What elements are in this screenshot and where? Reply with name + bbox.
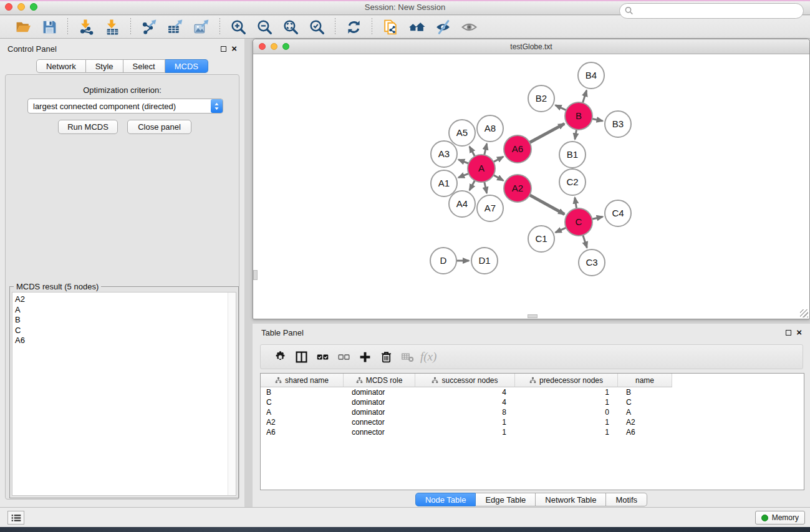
graph-edge-C-C2[interactable]: [575, 198, 577, 210]
graph-edge-A-A1[interactable]: [458, 173, 469, 178]
cell-MCDS-role[interactable]: connector: [344, 418, 415, 427]
graph-edge-B-B4[interactable]: [582, 90, 586, 104]
float-panel-icon[interactable]: [221, 46, 226, 52]
run-mcds-button[interactable]: Run MCDS: [58, 120, 118, 134]
tab-motifs[interactable]: Motifs: [606, 493, 647, 506]
graph-edge-C-C1[interactable]: [556, 228, 567, 233]
column-header-name[interactable]: name: [618, 374, 672, 387]
import-table-icon[interactable]: [103, 17, 122, 36]
cell-name[interactable]: C: [618, 398, 672, 407]
show-eye-icon[interactable]: [460, 17, 478, 36]
table-row[interactable]: Cdominator41C: [261, 397, 804, 407]
cell-successor-nodes[interactable]: 4: [415, 388, 515, 397]
cell-predecessor-nodes[interactable]: 0: [515, 408, 618, 417]
table-row[interactable]: A6connector11A6: [261, 427, 804, 437]
mcds-list-scrollbar[interactable]: [228, 293, 236, 495]
memory-button[interactable]: Memory: [755, 511, 805, 525]
graph-edge-B-B3[interactable]: [592, 118, 603, 121]
float-table-panel-icon[interactable]: [786, 330, 791, 336]
export-network-icon[interactable]: [140, 17, 158, 36]
column-header-predecessor-nodes[interactable]: predecessor nodes: [515, 374, 618, 387]
mcds-result-item[interactable]: A6: [12, 336, 236, 346]
export-table-icon[interactable]: [166, 17, 185, 36]
graph-edge-A-A4[interactable]: [470, 180, 475, 190]
column-header-successor-nodes[interactable]: successor nodes: [415, 374, 515, 387]
table-row[interactable]: Bdominator41B: [261, 387, 804, 397]
delete-row-icon[interactable]: [375, 347, 397, 366]
resize-grip[interactable]: [800, 309, 808, 317]
refresh-icon[interactable]: [344, 17, 363, 36]
cell-successor-nodes[interactable]: 8: [415, 408, 515, 417]
tab-style[interactable]: Style: [86, 59, 123, 73]
mcds-result-item[interactable]: A: [12, 305, 236, 316]
close-panel-icon[interactable]: ×: [231, 46, 237, 52]
cell-shared-name[interactable]: C: [261, 398, 344, 407]
mcds-result-item[interactable]: B: [12, 315, 236, 326]
tab-mcds[interactable]: MCDS: [165, 59, 208, 73]
graph-edge-B-B2[interactable]: [556, 105, 567, 111]
tab-edge-table[interactable]: Edge Table: [476, 493, 536, 506]
graph-edge-A-A6[interactable]: [493, 157, 504, 162]
cell-MCDS-role[interactable]: dominator: [344, 388, 415, 397]
graph-edge-A6-B[interactable]: [529, 123, 564, 143]
search-input[interactable]: [619, 3, 804, 19]
task-history-button[interactable]: [7, 511, 24, 525]
zoom-out-icon[interactable]: [255, 17, 274, 36]
criterion-dropdown[interactable]: largest connected component (directed): [27, 99, 223, 114]
column-header-shared-name[interactable]: shared name: [261, 374, 344, 387]
save-session-icon[interactable]: [40, 17, 59, 36]
zoom-fit-icon[interactable]: [281, 17, 300, 36]
cell-shared-name[interactable]: B: [261, 388, 344, 397]
table-row[interactable]: Adominator80A: [261, 407, 804, 417]
tab-node-table[interactable]: Node Table: [415, 493, 476, 506]
network-canvas[interactable]: B4B2BB3B1A5A8A6A3AC2A1A2A4A7C4CC1C3DD1: [254, 55, 809, 319]
hide-eye-icon[interactable]: [433, 17, 452, 36]
graph-edge-A-A7[interactable]: [484, 181, 486, 193]
cell-name[interactable]: A6: [618, 428, 672, 437]
cell-predecessor-nodes[interactable]: 1: [515, 428, 618, 437]
graph-edge-C-C4[interactable]: [591, 216, 602, 219]
cell-shared-name[interactable]: A2: [261, 418, 344, 427]
deselect-all-checks-icon[interactable]: [333, 347, 354, 366]
network-horizontal-scrollbar[interactable]: [528, 314, 538, 318]
mcds-result-item[interactable]: A2: [12, 294, 236, 305]
graph-edge-A-A2[interactable]: [493, 175, 503, 180]
cell-name[interactable]: B: [618, 388, 672, 397]
mcds-result-item[interactable]: C: [12, 326, 236, 336]
graph-edge-A-A8[interactable]: [484, 143, 486, 155]
cell-name[interactable]: A: [618, 408, 672, 417]
close-panel-button[interactable]: Close panel: [127, 120, 191, 134]
cell-predecessor-nodes[interactable]: 1: [515, 398, 618, 407]
graph-edge-A-A5[interactable]: [470, 147, 475, 157]
clone-network-icon[interactable]: [381, 17, 400, 36]
export-image-icon[interactable]: [192, 17, 211, 36]
tab-select[interactable]: Select: [123, 59, 165, 73]
cell-successor-nodes[interactable]: 1: [415, 418, 515, 427]
cell-MCDS-role[interactable]: dominator: [344, 408, 415, 417]
cell-MCDS-role[interactable]: dominator: [344, 398, 415, 407]
select-all-checks-icon[interactable]: [312, 347, 333, 366]
cell-shared-name[interactable]: A: [261, 408, 344, 417]
table-row[interactable]: A2connector11A2: [261, 417, 804, 427]
cell-predecessor-nodes[interactable]: 1: [515, 388, 618, 397]
column-header-MCDS-role[interactable]: MCDS role: [344, 374, 415, 387]
cell-successor-nodes[interactable]: 4: [415, 398, 515, 407]
zoom-selected-icon[interactable]: [307, 17, 326, 36]
cell-predecessor-nodes[interactable]: 1: [515, 418, 618, 427]
graph-edge-A2-C[interactable]: [529, 195, 564, 214]
graph-edge-B-B1[interactable]: [575, 129, 577, 140]
cell-MCDS-role[interactable]: connector: [344, 428, 415, 437]
network-vertical-scrollbar[interactable]: [253, 270, 258, 280]
graph-edge-C-C3[interactable]: [582, 235, 587, 248]
cell-successor-nodes[interactable]: 1: [415, 428, 515, 437]
open-file-icon[interactable]: [14, 17, 32, 36]
cell-name[interactable]: A2: [618, 418, 672, 427]
column-selector-icon[interactable]: [291, 347, 312, 366]
graph-edge-A-A3[interactable]: [458, 160, 469, 164]
home-icon[interactable]: [407, 17, 426, 36]
cell-shared-name[interactable]: A6: [261, 428, 344, 437]
tab-network[interactable]: Network: [36, 59, 86, 73]
settings-gear-icon[interactable]: [269, 347, 291, 366]
import-network-icon[interactable]: [77, 17, 95, 36]
add-row-icon[interactable]: [354, 347, 375, 366]
